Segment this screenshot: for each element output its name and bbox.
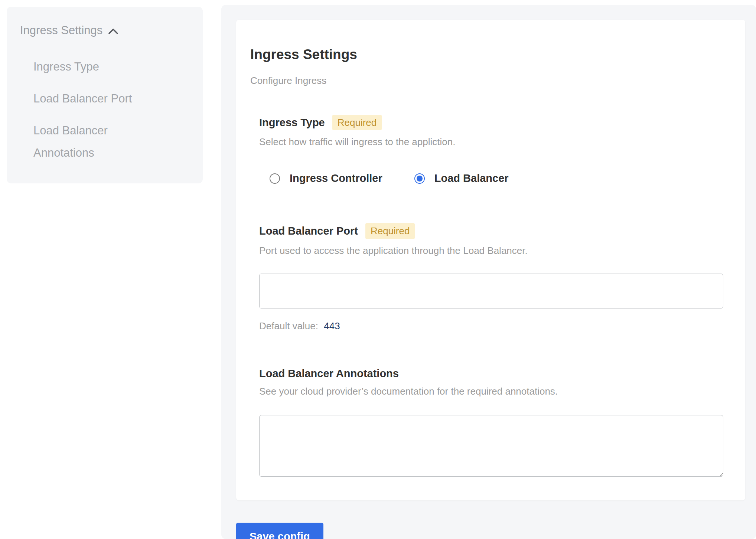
ingress-type-options: Ingress Controller Load Balancer xyxy=(270,172,731,184)
main-panel: Ingress Settings Configure Ingress Ingre… xyxy=(221,5,756,539)
radio-ingress-controller-label: Ingress Controller xyxy=(290,172,382,184)
sidebar-item-load-balancer-port[interactable]: Load Balancer Port xyxy=(33,88,160,110)
sidebar-item-list: Ingress Type Load Balancer Port Load Bal… xyxy=(20,56,189,164)
sidebar-item-load-balancer-annotations[interactable]: Load Balancer Annotations xyxy=(33,120,160,164)
sidebar-item-ingress-type[interactable]: Ingress Type xyxy=(33,56,160,78)
required-badge: Required xyxy=(365,223,415,239)
default-value-label: Default value: xyxy=(259,320,318,331)
ingress-type-label: Ingress Type xyxy=(259,117,325,129)
radio-circle-icon[interactable] xyxy=(414,173,425,184)
load-balancer-annotations-label: Load Balancer Annotations xyxy=(259,368,399,380)
radio-load-balancer-label: Load Balancer xyxy=(434,172,509,184)
field-load-balancer-annotations: Load Balancer Annotations See your cloud… xyxy=(259,368,731,477)
config-nav-sidebar: Ingress Settings Ingress Type Load Balan… xyxy=(7,7,203,183)
load-balancer-port-label: Load Balancer Port xyxy=(259,225,358,237)
radio-circle-icon[interactable] xyxy=(270,173,280,184)
ingress-type-help: Select how traffic will ingress to the a… xyxy=(259,136,731,148)
default-value: 443 xyxy=(324,320,340,331)
field-load-balancer-port: Load Balancer Port Required Port used to… xyxy=(259,223,731,332)
ingress-settings-card: Ingress Settings Configure Ingress Ingre… xyxy=(236,20,745,500)
load-balancer-annotations-textarea[interactable] xyxy=(259,415,723,477)
radio-load-balancer[interactable]: Load Balancer xyxy=(414,172,509,184)
save-config-button[interactable]: Save config xyxy=(236,523,323,539)
radio-ingress-controller[interactable]: Ingress Controller xyxy=(270,172,382,184)
default-value-line: Default value: 443 xyxy=(259,320,731,332)
field-ingress-type: Ingress Type Required Select how traffic… xyxy=(259,115,731,185)
page-subtitle: Configure Ingress xyxy=(250,75,731,86)
chevron-up-icon[interactable] xyxy=(108,28,118,34)
load-balancer-annotations-help: See your cloud provider’s documentation … xyxy=(259,386,731,397)
sidebar-group-title: Ingress Settings xyxy=(20,24,102,37)
sidebar-group-ingress-settings[interactable]: Ingress Settings xyxy=(20,24,189,37)
page-title: Ingress Settings xyxy=(250,47,731,62)
required-badge: Required xyxy=(332,115,382,131)
load-balancer-port-input[interactable] xyxy=(259,274,723,308)
load-balancer-port-help: Port used to access the application thro… xyxy=(259,245,731,257)
